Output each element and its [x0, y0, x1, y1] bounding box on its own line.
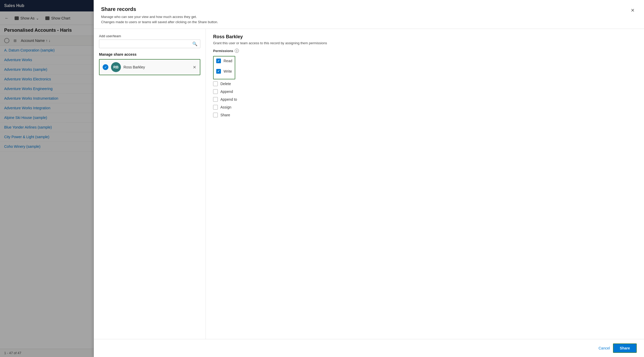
assign-label: Assign — [220, 105, 231, 109]
modal-subtitle: Manage who can see your view and how muc… — [101, 14, 218, 24]
write-label: Write — [224, 69, 232, 73]
modal-title: Share records — [101, 6, 218, 12]
read-label: Read — [224, 59, 232, 63]
modal-header: Share records Manage who can see your vi… — [94, 0, 644, 29]
append-label: Append — [220, 90, 233, 94]
modal-header-content: Share records Manage who can see your vi… — [101, 6, 218, 24]
share-label: Share — [220, 113, 230, 117]
delete-checkbox[interactable] — [213, 81, 218, 86]
append-to-checkbox[interactable] — [213, 97, 218, 102]
permission-append-to: Append to — [213, 97, 637, 102]
modal-body: Add user/team 🔍 Manage share access ✓ RB… — [94, 29, 644, 339]
user-detail-name: Ross Barkley — [213, 34, 637, 40]
modal-overlay: Share records Manage who can see your vi… — [0, 0, 644, 357]
assign-checkbox[interactable] — [213, 105, 218, 110]
share-checkbox[interactable] — [213, 113, 218, 117]
permission-assign: Assign — [213, 105, 637, 110]
permission-write: Write — [216, 69, 232, 74]
delete-label: Delete — [220, 82, 231, 86]
search-input[interactable] — [102, 42, 192, 46]
share-records-modal: Share records Manage who can see your vi… — [94, 0, 644, 357]
permission-share: Share — [213, 113, 637, 117]
permission-delete: Delete — [213, 81, 637, 86]
cancel-button[interactable]: Cancel — [598, 346, 610, 350]
highlighted-permissions-group: Read Write — [213, 56, 235, 79]
read-checkbox[interactable] — [216, 59, 221, 63]
selected-check-icon: ✓ — [103, 64, 108, 70]
modal-left-panel: Add user/team 🔍 Manage share access ✓ RB… — [94, 29, 206, 339]
append-to-label: Append to — [220, 97, 237, 101]
permissions-label: Permissions i — [213, 49, 637, 53]
close-icon: ✕ — [631, 8, 635, 13]
search-icon: 🔍 — [192, 41, 197, 46]
user-item-ross-barkley[interactable]: ✓ RB Ross Barkley ✕ — [99, 59, 200, 75]
write-checkbox[interactable] — [216, 69, 221, 74]
remove-user-button[interactable]: ✕ — [192, 64, 197, 70]
avatar: RB — [111, 62, 121, 72]
modal-close-button[interactable]: ✕ — [628, 6, 637, 15]
manage-share-label: Manage share access — [99, 52, 200, 56]
add-user-label: Add user/team — [99, 34, 200, 38]
permission-append: Append — [213, 89, 637, 94]
append-checkbox[interactable] — [213, 89, 218, 94]
grant-text: Grant this user or team access to this r… — [213, 41, 637, 45]
search-box[interactable]: 🔍 — [99, 40, 200, 48]
modal-footer: Cancel Share — [94, 339, 644, 357]
permissions-info-icon[interactable]: i — [235, 49, 239, 53]
modal-right-panel: Ross Barkley Grant this user or team acc… — [206, 29, 644, 339]
user-name: Ross Barkley — [123, 65, 190, 69]
permission-read: Read — [216, 59, 232, 63]
share-button[interactable]: Share — [613, 343, 637, 353]
